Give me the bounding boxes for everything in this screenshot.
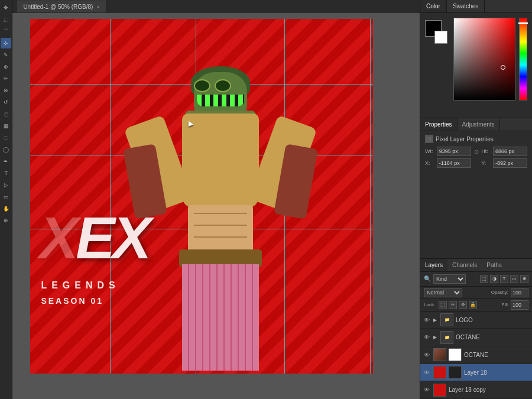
eraser-tool[interactable]: ◻ [1,109,11,119]
layer-thumb-layer18-copy [433,384,446,397]
tab-layers[interactable]: Layers [420,259,447,271]
visibility-icon-octane-img[interactable]: 👁 [423,351,431,359]
brush-tool[interactable]: ✏ [1,73,11,84]
ht-input[interactable] [493,147,527,156]
lock-position-btn[interactable]: ✥ [459,301,467,309]
layer-name-octane-folder: OCTANE [456,334,530,340]
blend-mode-select[interactable]: Normal [424,288,462,297]
color-spectrum[interactable] [453,18,515,100]
zoom-tool[interactable]: ⊕ [1,215,11,226]
apex-season-text: SEASON 01 [41,296,103,306]
canvas-wrapper[interactable]: XEX LEGENDS SEASON 01 [12,13,420,399]
fill-label: Fill: [502,302,509,307]
hand-tool[interactable]: ✋ [1,203,11,214]
y-label: Y: [481,160,491,166]
layer-row-octane-image[interactable]: 👁 OCTANE [420,346,532,364]
char-goggle-left [194,79,210,92]
layer-row-layer18[interactable]: 👁 Layer 18 [420,364,532,382]
filter-adjust-icon[interactable]: ◑ [490,275,498,283]
ht-label: Ht: [481,148,491,154]
tab-label: Untitled-1 @ 50% (RGB/8) [23,4,93,10]
shape-tool[interactable]: ▭ [1,192,11,202]
visibility-icon-octane-folder[interactable]: 👁 [423,333,431,342]
tab-channels[interactable]: Channels [447,259,482,271]
lock-all-btn[interactable]: 🔒 [469,301,477,309]
heal-tool[interactable]: ⊕ [1,61,11,72]
spectrum-cursor [501,65,505,70]
type-tool[interactable]: T [1,168,11,179]
layer-mask-layer18[interactable] [449,366,462,379]
eyedropper-tool[interactable]: ✎ [1,50,11,60]
layer-expand-arrow-2[interactable]: ▶ [433,335,437,340]
lock-transparent-btn[interactable]: ⬚ [439,301,447,309]
layer-expand-arrow[interactable]: ▶ [433,317,437,323]
visibility-icon-layer18[interactable]: 👁 [423,368,431,377]
layer-name-octane-img: OCTANE [464,352,530,358]
fill-input[interactable] [511,300,528,310]
layer-row-logo[interactable]: 👁 ▶ 📁 LOGO [420,312,532,329]
tab-adjustments[interactable]: Adjustments [458,118,500,131]
dodge-tool[interactable]: ◯ [1,144,11,155]
filter-pixel-icon[interactable]: ⬚ [480,275,488,283]
pen-tool[interactable]: ✒ [1,156,11,167]
link-dimensions-icon[interactable]: ⊙ [473,148,479,155]
layer-thumb-logo: 📁 [440,313,453,326]
visibility-icon-layer18-copy[interactable]: 👁 [423,386,431,394]
layers-panel: Layers Channels Paths 🔍 Kind ⬚ ◑ T ▭ ⊕ N… [420,258,532,399]
fg-bg-colors[interactable] [425,20,450,45]
x-label: X: [425,160,434,166]
clone-tool[interactable]: ⊗ [1,85,11,96]
prop-width-row: Wt: ⊙ Ht: [420,145,532,157]
layers-lock-row: Lock: ⬚ ✏ ✥ 🔒 Fill: [420,299,532,312]
tab-swatches[interactable]: Swatches [447,0,485,12]
layer-row-layer18-copy[interactable]: 👁 Layer 18 copy [420,381,532,399]
filter-smart-icon[interactable]: ⊕ [520,275,528,283]
x-input[interactable] [437,158,471,168]
y-input[interactable] [493,158,527,168]
char-teeth [197,95,244,106]
layer-thumb-octane-img [433,348,446,361]
opacity-label: Opacity: [491,290,508,295]
opacity-input[interactable] [511,288,528,297]
tab-properties[interactable]: Properties [420,118,458,131]
pixel-layer-icon: ⬚ [425,135,433,143]
crop-tool[interactable]: ⊹ [1,38,11,48]
prop-section-header: ⬚ Pixel Layer Properties [420,131,532,145]
layers-filter-select[interactable]: Kind [433,274,466,284]
char-torso [182,113,259,208]
apex-sub-text: LEGENDS [41,280,119,291]
gradient-tool[interactable]: ▦ [1,121,11,131]
lasso-tool[interactable]: ⌒ [1,26,11,37]
visibility-icon-logo[interactable]: 👁 [423,316,431,324]
document-tab[interactable]: Untitled-1 @ 50% (RGB/8) × [17,1,105,12]
move-tool[interactable]: ✥ [1,2,11,13]
layer-row-octane-folder[interactable]: 👁 ▶ 📁 OCTANE [420,329,532,346]
layer-name-layer18: Layer 18 [464,369,530,376]
filter-shape-icon[interactable]: ▭ [510,275,518,283]
layer-thumb-layer18 [433,366,446,379]
layer-name-logo: LOGO [456,317,530,323]
artwork-canvas: XEX LEGENDS SEASON 01 [30,19,373,374]
tab-close-button[interactable]: × [96,4,99,10]
history-tool[interactable]: ↺ [1,97,11,108]
layer-mask-octane[interactable] [449,348,462,361]
hue-slider[interactable] [519,18,527,100]
blur-tool[interactable]: ◌ [1,132,11,143]
tab-paths[interactable]: Paths [482,259,507,271]
lock-pixels-btn[interactable]: ✏ [449,301,457,309]
properties-tabs: Properties Adjustments [420,118,532,131]
wt-input[interactable] [437,147,471,156]
background-color[interactable] [434,31,447,44]
layer-thumb-octane-folder: 📁 [440,331,453,344]
tab-color[interactable]: Color [420,0,447,12]
select-tool[interactable]: ⬚ [1,14,11,25]
right-panel: Color Swatches Properties Adjustments ⬚ … [420,0,532,399]
properties-panel: Properties Adjustments ⬚ Pixel Layer Pro… [420,118,532,258]
char-abs-detail [194,207,247,248]
filter-icons: ⬚ ◑ T ▭ ⊕ [480,275,528,283]
path-tool[interactable]: ▷ [1,180,11,190]
canvas-area: Untitled-1 @ 50% (RGB/8) × [12,0,420,399]
filter-type-icon[interactable]: T [500,275,508,283]
guide-vertical-4 [370,19,371,374]
apex-text-overlay: XEX [39,208,148,267]
